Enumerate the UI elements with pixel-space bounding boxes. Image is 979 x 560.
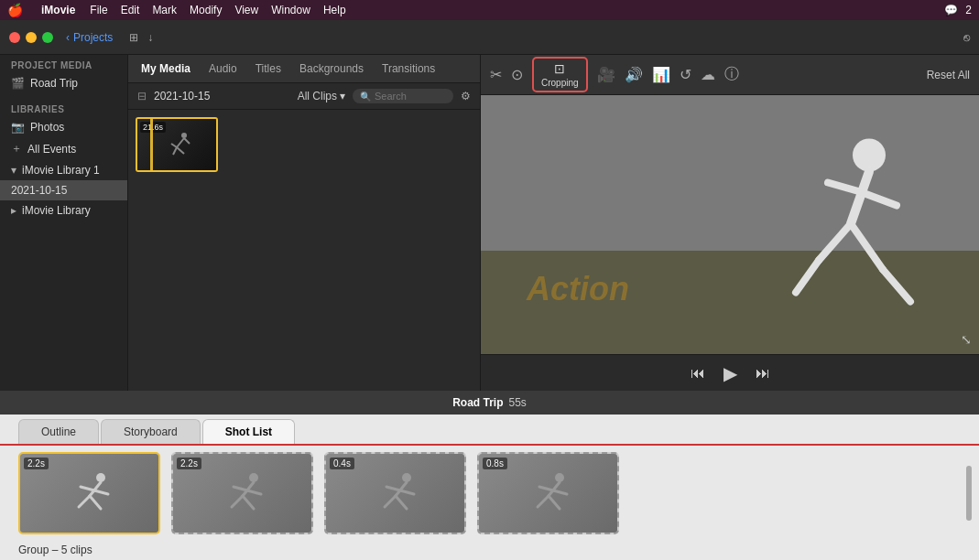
clips-filter-chevron: ▾ xyxy=(340,90,345,102)
media-tabs: My Media Audio Titles Backgrounds Transi… xyxy=(128,55,480,83)
rewind-button[interactable]: ⏮ xyxy=(691,365,705,382)
tab-storyboard[interactable]: Storyboard xyxy=(101,419,201,444)
project-media-section: PROJECT MEDIA 🎬 Road Trip xyxy=(0,55,127,93)
info-icon[interactable]: ⓘ xyxy=(724,65,739,84)
tab-titles[interactable]: Titles xyxy=(252,60,285,77)
menu-edit[interactable]: Edit xyxy=(121,4,140,16)
audio-icon[interactable]: 🔊 xyxy=(625,66,643,83)
stabilize-icon[interactable]: ↺ xyxy=(680,66,691,83)
svg-line-19 xyxy=(90,496,101,509)
running-figure xyxy=(778,132,924,318)
media-date-label: 2021-10-15 xyxy=(154,90,290,102)
clip-1-duration: 2.2s xyxy=(24,458,49,469)
clips-filter[interactable]: All Clips ▾ xyxy=(298,90,345,102)
tab-shot-list[interactable]: Shot List xyxy=(202,419,295,444)
sidebar-item-imovie-lib1[interactable]: ▾ iMovie Library 1 xyxy=(0,160,127,180)
menu-view[interactable]: View xyxy=(234,4,258,16)
clip-2[interactable]: 2.2s xyxy=(171,452,313,534)
sidebar-item-photos[interactable]: 📷 Photos xyxy=(0,117,127,137)
clip-4[interactable]: 0.8s xyxy=(477,452,619,534)
svg-line-34 xyxy=(539,487,553,490)
sidebar-item-road-trip[interactable]: 🎬 Road Trip xyxy=(0,73,127,93)
imovie-lib-label: iMovie Library xyxy=(22,204,91,217)
preview-toolbar: ✂ ⊙ ⊡ Cropping 🎥 🔊 📊 ↺ ☁ ⓘ Reset All xyxy=(481,55,979,95)
notification-icon: 💬 xyxy=(944,4,958,16)
camera-icon[interactable]: 🎥 xyxy=(597,66,615,83)
menu-window[interactable]: Window xyxy=(271,4,310,16)
chart-icon[interactable]: 📊 xyxy=(652,66,670,83)
imovie-lib1-label: iMovie Library 1 xyxy=(22,164,100,177)
sidebar-item-imovie-lib[interactable]: ▸ iMovie Library xyxy=(0,200,127,221)
clip-figure-2-icon xyxy=(215,470,270,516)
trim-icon[interactable]: ✂ xyxy=(490,66,502,83)
menubar: 🍎 iMovie File Edit Mark Modify View Wind… xyxy=(0,0,979,20)
clip-3[interactable]: 0.4s xyxy=(324,452,466,534)
menu-modify[interactable]: Modify xyxy=(190,4,222,16)
clip-1[interactable]: 2.2s xyxy=(18,452,160,534)
menubar-right: 💬 2 xyxy=(944,4,972,16)
menu-help[interactable]: Help xyxy=(323,4,346,16)
import-icon[interactable]: ↓ xyxy=(147,31,153,44)
search-input[interactable] xyxy=(375,91,439,102)
svg-line-28 xyxy=(386,487,400,490)
timeline-scrollbar[interactable] xyxy=(966,466,972,521)
libraries-title: LIBRARIES xyxy=(0,99,127,117)
clip-2-duration: 2.2s xyxy=(177,458,201,469)
svg-line-4 xyxy=(177,147,184,154)
clip-4-duration: 0.8s xyxy=(483,458,507,469)
minimize-button[interactable] xyxy=(26,32,37,43)
menu-mark[interactable]: Mark xyxy=(152,4,177,16)
maximize-button[interactable] xyxy=(42,32,53,43)
grid-view-icon[interactable]: ⊞ xyxy=(129,31,138,44)
close-button[interactable] xyxy=(9,32,20,43)
expand-icon[interactable]: ⤡ xyxy=(961,332,972,347)
preview-video: Action xyxy=(481,95,979,354)
sidebar-item-date[interactable]: 2021-10-15 xyxy=(0,180,127,200)
reset-all-button[interactable]: Reset All xyxy=(927,69,970,81)
apple-menu[interactable]: 🍎 xyxy=(7,3,23,17)
svg-line-29 xyxy=(400,490,414,494)
svg-line-25 xyxy=(243,496,254,509)
tab-my-media[interactable]: My Media xyxy=(137,60,194,77)
preview-panel: ✂ ⊙ ⊡ Cropping 🎥 🔊 📊 ↺ ☁ ⓘ Reset All xyxy=(481,55,979,391)
photos-label: Photos xyxy=(30,121,64,134)
search-box[interactable]: 🔍 xyxy=(353,89,453,103)
titlebar: ‹ Projects ⊞ ↓ ⎋ xyxy=(0,20,979,55)
color-icon[interactable]: ⊙ xyxy=(511,66,523,83)
content-area: PROJECT MEDIA 🎬 Road Trip LIBRARIES 📷 Ph… xyxy=(0,55,979,391)
notification-count: 2 xyxy=(965,4,972,16)
photos-icon: 📷 xyxy=(11,121,25,134)
tab-audio[interactable]: Audio xyxy=(205,60,241,77)
svg-line-3 xyxy=(173,147,177,155)
clip-figure-4-icon xyxy=(521,470,576,516)
tab-outline[interactable]: Outline xyxy=(18,419,99,444)
svg-line-10 xyxy=(819,223,851,260)
tab-transitions[interactable]: Transitions xyxy=(378,60,439,77)
cloud-icon[interactable]: ☁ xyxy=(701,66,715,83)
cropping-button[interactable]: ⊡ Cropping xyxy=(532,57,588,92)
search-icon: 🔍 xyxy=(360,92,371,102)
forward-button[interactable]: ⏭ xyxy=(756,365,770,382)
menu-file[interactable]: File xyxy=(90,4,107,16)
tab-backgrounds[interactable]: Backgrounds xyxy=(296,60,367,77)
svg-line-8 xyxy=(828,182,860,191)
clip-figure-3-icon xyxy=(368,470,423,516)
media-panel: My Media Audio Titles Backgrounds Transi… xyxy=(128,55,481,391)
figure-svg xyxy=(778,132,924,315)
svg-line-13 xyxy=(883,269,910,301)
cropping-label: Cropping xyxy=(541,78,579,88)
svg-line-17 xyxy=(94,490,108,494)
play-button[interactable]: ▶ xyxy=(723,362,737,384)
thumb-duration: 21.6s xyxy=(140,122,166,133)
share-icon[interactable]: ⎋ xyxy=(963,31,970,44)
app-menu-item[interactable]: iMovie xyxy=(41,4,75,16)
road-trip-label: Road Trip xyxy=(30,77,78,90)
svg-line-30 xyxy=(385,496,396,507)
media-thumbnail[interactable]: 21.6s xyxy=(136,117,218,172)
gear-icon[interactable]: ⚙ xyxy=(461,90,471,102)
back-to-projects[interactable]: ‹ Projects xyxy=(66,31,113,44)
libraries-section: LIBRARIES 📷 Photos ＋ All Events ▾ iMovie… xyxy=(0,99,127,221)
media-grid: 21.6s xyxy=(128,110,480,391)
svg-line-23 xyxy=(247,490,261,494)
sidebar-item-all-events[interactable]: ＋ All Events xyxy=(0,137,127,160)
